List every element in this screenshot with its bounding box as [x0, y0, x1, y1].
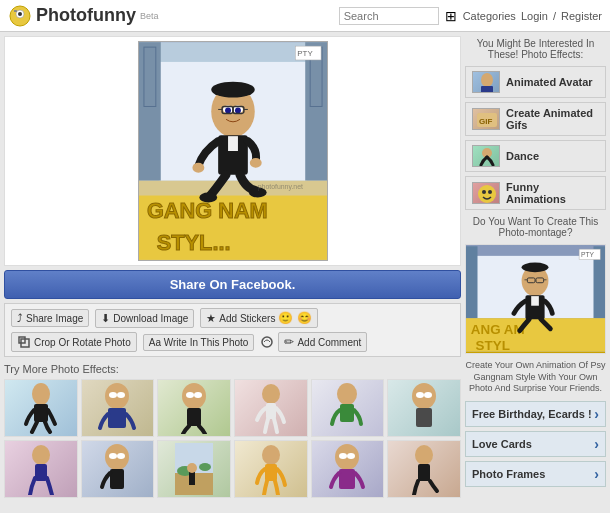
- svg-rect-49: [340, 404, 354, 422]
- preview-bg: ANG AM STYL PTY: [466, 245, 605, 353]
- svg-point-39: [109, 392, 117, 398]
- birthday-ecards-label: Free Birthday, Ecards !: [472, 408, 592, 420]
- thumbnail-12[interactable]: [387, 440, 461, 498]
- svg-point-25: [211, 82, 255, 98]
- svg-rect-45: [187, 408, 201, 426]
- login-link[interactable]: Login: [521, 10, 548, 22]
- sidebar-birthday-ecards-link[interactable]: Free Birthday, Ecards ! ›: [465, 401, 606, 427]
- thumbnail-10[interactable]: [234, 440, 308, 498]
- svg-point-43: [186, 392, 194, 398]
- svg-point-35: [262, 337, 272, 347]
- thumbnail-11[interactable]: [311, 440, 385, 498]
- svg-point-19: [225, 107, 231, 113]
- svg-point-56: [105, 444, 129, 470]
- thumb-figure-10: [252, 443, 290, 495]
- add-stickers-button[interactable]: ★ Add Stickers 🙂 😊: [200, 308, 317, 328]
- thumb-figure-8: [98, 443, 136, 495]
- sidebar-funny-animations-button[interactable]: Funny Animations: [465, 176, 606, 210]
- svg-point-65: [187, 463, 197, 473]
- thumbnail-8[interactable]: [81, 440, 155, 498]
- birthday-arrow-icon: ›: [594, 406, 599, 422]
- crop-rotate-button[interactable]: Crop Or Rotate Photo: [11, 332, 137, 352]
- svg-point-20: [234, 107, 240, 113]
- funny-animations-icon: [472, 182, 500, 204]
- svg-rect-7: [305, 42, 327, 181]
- thumb-figure-7: [22, 443, 60, 495]
- funny-animations-label: Funny Animations: [506, 181, 599, 205]
- svg-rect-71: [339, 469, 355, 489]
- logo-text: Photofunny: [36, 5, 136, 26]
- svg-point-29: [249, 158, 261, 168]
- share-image-button[interactable]: ⤴ Share Image: [11, 309, 89, 327]
- register-link[interactable]: Register: [561, 10, 602, 22]
- thumb-figure-2: [98, 382, 136, 434]
- photo-frames-label: Photo Frames: [472, 468, 545, 480]
- add-comment-button[interactable]: ✏ Add Comment: [278, 332, 367, 352]
- thumbnail-9[interactable]: [157, 440, 231, 498]
- animated-avatar-icon: [472, 71, 500, 93]
- sidebar-dance-button[interactable]: Dance: [465, 140, 606, 172]
- sidebar-animated-avatar-button[interactable]: Animated Avatar: [465, 66, 606, 98]
- logo-icon: [8, 4, 32, 28]
- thumbnail-7[interactable]: [4, 440, 78, 498]
- sidebar-preview-image[interactable]: ANG AM STYL PTY: [465, 244, 606, 354]
- svg-point-54: [32, 445, 50, 465]
- thumbnail-3[interactable]: [157, 379, 231, 437]
- thumbnail-1[interactable]: [4, 379, 78, 437]
- svg-rect-37: [34, 404, 48, 422]
- sidebar-photo-frames-link[interactable]: Photo Frames ›: [465, 461, 606, 487]
- svg-rect-27: [228, 136, 238, 151]
- add-comment-label: Add Comment: [297, 337, 361, 348]
- svg-point-48: [337, 383, 357, 405]
- svg-text:PTY: PTY: [297, 49, 313, 58]
- svg-point-50: [412, 383, 436, 409]
- svg-rect-33: [19, 337, 25, 343]
- share-image-label: Share Image: [26, 313, 83, 324]
- svg-point-81: [488, 190, 492, 194]
- add-stickers-label: Add Stickers: [219, 313, 275, 324]
- sidebar: You Might Be Interested In These! Photo …: [461, 36, 606, 509]
- categories-link[interactable]: Categories: [463, 10, 516, 22]
- try-more-label: Try More Photo Effects:: [4, 363, 461, 375]
- add-comment-area: ✏ Add Comment: [260, 332, 367, 352]
- svg-point-66: [262, 445, 280, 465]
- share-icon: ⤴: [17, 312, 23, 324]
- svg-point-58: [117, 453, 125, 459]
- header: Photofunny Beta ⊞ Categories Login / Reg…: [0, 0, 610, 32]
- sticker-icon: ★: [206, 312, 216, 325]
- svg-point-70: [347, 453, 355, 459]
- svg-point-30: [199, 193, 217, 203]
- svg-point-42: [182, 383, 206, 409]
- svg-point-52: [424, 392, 432, 398]
- svg-rect-53: [416, 408, 432, 427]
- comment-icon: [260, 335, 274, 349]
- sidebar-promo-text: You Might Be Interested In These! Photo …: [465, 36, 606, 62]
- thumb-figure-12: [405, 443, 443, 495]
- svg-point-63: [199, 463, 211, 471]
- sidebar-create-gifs-button[interactable]: GIF Create Animated Gifs: [465, 102, 606, 136]
- photo-frames-arrow-icon: ›: [594, 466, 599, 482]
- thumbnail-5[interactable]: [311, 379, 385, 437]
- thumbnail-2[interactable]: [81, 379, 155, 437]
- thumbnail-4[interactable]: [234, 379, 308, 437]
- search-input[interactable]: [339, 7, 439, 25]
- dance-label: Dance: [506, 150, 539, 162]
- crop-icon: [17, 335, 31, 349]
- sticker-emojis: 🙂 😊: [278, 311, 311, 325]
- svg-point-68: [335, 444, 359, 470]
- svg-point-74: [481, 73, 493, 87]
- svg-rect-84: [466, 246, 478, 318]
- header-links: Categories Login / Register: [463, 10, 602, 22]
- thumb-figure-6: [405, 382, 443, 434]
- share-facebook-button[interactable]: Share On Facebook.: [4, 270, 461, 299]
- svg-point-96: [522, 263, 549, 273]
- write-photo-button[interactable]: Aa Write In This Photo: [143, 334, 255, 351]
- svg-point-80: [482, 190, 486, 194]
- download-image-button[interactable]: ⬇ Download Image: [95, 309, 194, 328]
- svg-point-36: [32, 383, 50, 405]
- sidebar-love-cards-link[interactable]: Love Cards ›: [465, 431, 606, 457]
- svg-rect-59: [110, 469, 124, 489]
- crop-label: Crop Or Rotate Photo: [34, 337, 131, 348]
- logo-area: Photofunny Beta: [8, 4, 339, 28]
- thumbnail-6[interactable]: [387, 379, 461, 437]
